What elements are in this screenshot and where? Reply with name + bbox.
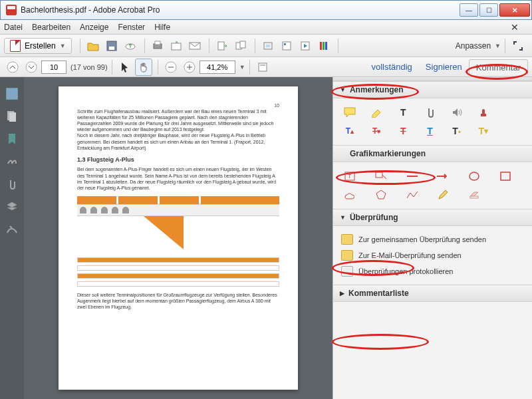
palette-button[interactable]	[315, 37, 332, 55]
page-down-button[interactable]	[23, 59, 40, 76]
close-button[interactable]: ✕	[499, 3, 530, 17]
chevron-down-icon[interactable]: ▼	[239, 64, 245, 70]
tab-vollstaendig[interactable]: vollständig	[364, 59, 418, 74]
cloud-tool[interactable]	[341, 188, 358, 202]
textbox-tool[interactable]: T	[341, 169, 358, 184]
svg-point-32	[469, 172, 479, 180]
svg-rect-1	[109, 47, 114, 50]
tab-kommentar[interactable]: Kommentar	[469, 59, 528, 75]
menu-window[interactable]: Fenster	[118, 23, 145, 32]
triangle-right-icon: ▶	[340, 290, 344, 297]
zoom-out-button[interactable]	[162, 59, 180, 76]
replace-text-tool[interactable]: T▾	[368, 124, 385, 138]
people-icon	[341, 234, 353, 245]
triangle-down-icon: ▼	[340, 86, 346, 93]
sidebar-nav	[0, 77, 24, 399]
fullscreen-button[interactable]	[509, 37, 527, 55]
tags-icon[interactable]	[6, 223, 18, 235]
review-shared[interactable]: Zur gemeinsamen Überprüfung senden	[341, 231, 524, 247]
arrow-tool[interactable]	[434, 169, 452, 184]
read-mode-button[interactable]	[254, 59, 271, 76]
tab-signieren[interactable]: Signieren	[419, 59, 469, 74]
svg-rect-33	[501, 172, 510, 180]
zoom-input[interactable]	[200, 61, 235, 74]
review-email[interactable]: Zur E-Mail-Überprüfung senden	[341, 247, 524, 263]
svg-rect-5	[172, 43, 181, 50]
rectangle-tool[interactable]	[497, 169, 514, 184]
email-button[interactable]	[186, 37, 203, 55]
svg-rect-27	[481, 114, 486, 116]
heading: 1.3 Flugsteig A-Plus	[77, 156, 279, 164]
connected-lines-tool[interactable]	[404, 188, 421, 202]
customize-label[interactable]: Anpassen	[456, 41, 491, 51]
open-button[interactable]	[84, 37, 102, 55]
highlight-tool[interactable]	[368, 105, 385, 120]
strikethrough-tool[interactable]: T	[394, 124, 412, 138]
page-up-button[interactable]	[4, 59, 21, 76]
review-track[interactable]: Überprüfungen protokollieren	[341, 263, 524, 279]
menu-help[interactable]: Hilfe	[154, 23, 170, 32]
save-button[interactable]	[103, 37, 120, 55]
body-text: Schritte zum Flughafenausbau realisiert.…	[77, 108, 279, 132]
mdi-close-button[interactable]: ✕	[511, 22, 519, 33]
insert-text-tool[interactable]: T▴	[341, 124, 358, 138]
svg-rect-23	[260, 65, 265, 66]
sticky-note-tool[interactable]	[341, 105, 358, 120]
underline-tool[interactable]: T	[421, 124, 438, 138]
form-button[interactable]	[278, 37, 295, 55]
menu-view[interactable]: Anzeige	[80, 23, 108, 32]
layers-icon[interactable]	[6, 201, 18, 213]
create-label: Erstellen	[25, 41, 56, 51]
panel-review-header[interactable]: ▼ Überprüfung	[333, 209, 532, 226]
panel-commentlist-header[interactable]: ▶ Kommentarliste	[333, 285, 532, 302]
bookmarks-icon[interactable]	[6, 133, 18, 145]
maximize-button[interactable]: ☐	[479, 3, 498, 17]
panel-drawing-header[interactable]: ▼ Grafikmarkierungen	[333, 145, 532, 162]
triangle-down-icon: ▼	[340, 214, 346, 221]
body-text: Noch in diesem Jahr, nach dreijähriger B…	[77, 132, 279, 150]
text-comment-tool[interactable]: T	[394, 105, 412, 120]
thumbnails-icon[interactable]	[6, 88, 18, 100]
create-button[interactable]: Erstellen ▼	[4, 38, 72, 54]
audio-comment-tool[interactable]	[448, 105, 466, 120]
zoom-in-button[interactable]	[181, 59, 198, 76]
panel-annotations-header[interactable]: ▼ Anmerkungen	[333, 81, 532, 98]
page-number-input[interactable]	[41, 61, 66, 74]
annotation-tools: T T▴ T▾ T T T▪ T▾	[333, 98, 532, 145]
menu-edit[interactable]: Bearbeiten	[32, 23, 70, 32]
cloud-button[interactable]	[122, 37, 139, 55]
pages-icon[interactable]	[6, 110, 18, 122]
print-button[interactable]	[149, 37, 166, 55]
svg-rect-15	[320, 42, 322, 50]
stamp-tool[interactable]	[475, 105, 492, 120]
chevron-down-icon: ▼	[495, 43, 501, 49]
signatures-icon[interactable]	[6, 156, 18, 168]
pdf-page: 10 Schritte zum Flughafenausbau realisie…	[59, 86, 298, 390]
text-note-tool[interactable]: T▪	[448, 124, 466, 138]
chevron-down-icon: ▼	[60, 43, 66, 49]
pencil-tool[interactable]	[434, 188, 452, 202]
polygon-tool[interactable]	[372, 188, 390, 202]
eraser-tool[interactable]	[466, 188, 483, 202]
envelope-icon	[341, 250, 353, 261]
attach-file-tool[interactable]	[421, 105, 438, 120]
clipboard-icon	[341, 266, 353, 277]
attachments-icon[interactable]	[6, 178, 18, 190]
document-viewport[interactable]: 10 Schritte zum Flughafenausbau realisie…	[24, 77, 332, 399]
media-button[interactable]	[297, 37, 314, 55]
window-title: Bachelorthesis.pdf - Adobe Acrobat Pro	[21, 5, 458, 15]
text-correction-tool[interactable]: T▾	[475, 124, 492, 138]
line-tool[interactable]	[404, 169, 421, 184]
scan-button[interactable]	[259, 37, 277, 55]
minimize-button[interactable]: —	[460, 3, 478, 17]
menu-file[interactable]: Datei	[4, 23, 23, 32]
hand-tool[interactable]	[135, 59, 152, 76]
svg-rect-26	[9, 112, 16, 122]
drawing-tools: T	[333, 162, 532, 209]
export-button[interactable]	[213, 37, 231, 55]
combine-button[interactable]	[232, 37, 249, 55]
callout-tool[interactable]	[372, 169, 390, 184]
select-tool[interactable]	[116, 59, 134, 76]
share-button[interactable]	[168, 37, 185, 55]
oval-tool[interactable]	[466, 169, 483, 184]
